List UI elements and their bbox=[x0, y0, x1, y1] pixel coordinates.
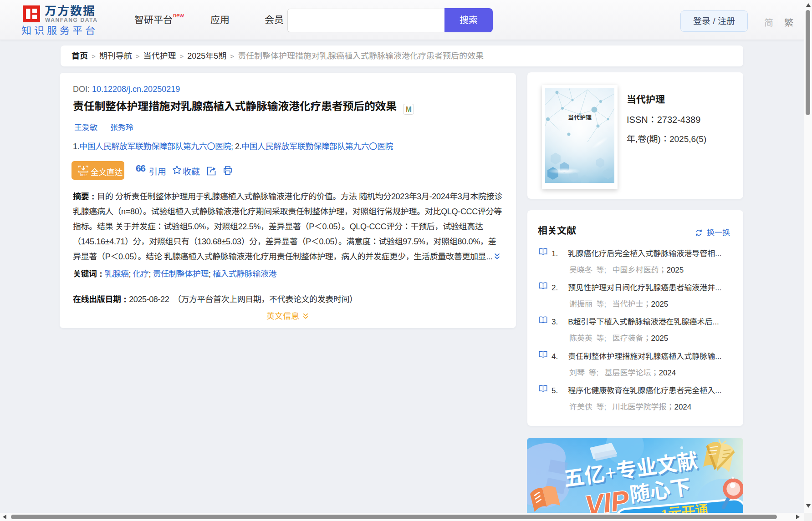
svg-text:M: M bbox=[405, 106, 411, 113]
svg-text:free: free bbox=[80, 172, 87, 177]
